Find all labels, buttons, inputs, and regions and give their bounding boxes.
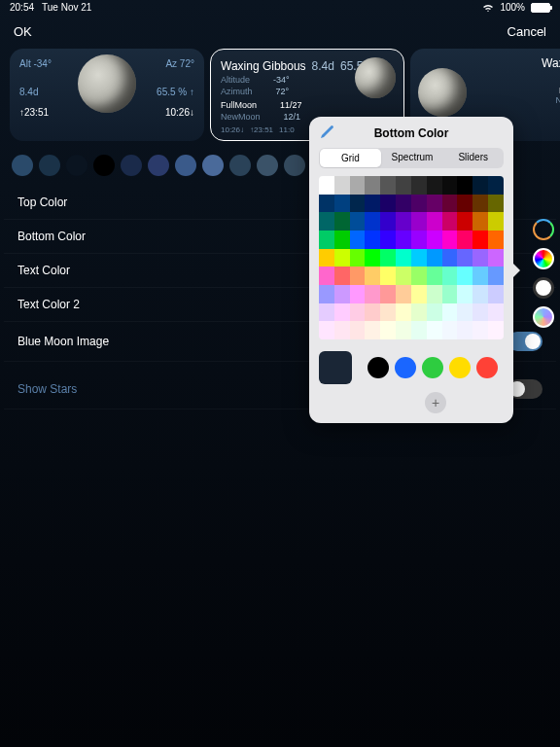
- recent-color[interactable]: [476, 357, 498, 378]
- grid-color-cell[interactable]: [380, 195, 396, 213]
- recent-color[interactable]: [368, 357, 389, 378]
- grid-color-cell[interactable]: [396, 176, 411, 195]
- grid-color-cell[interactable]: [365, 285, 380, 303]
- grid-color-cell[interactable]: [457, 267, 472, 285]
- grid-color-cell[interactable]: [427, 249, 442, 267]
- hue-preset-4[interactable]: [533, 306, 554, 328]
- recent-color[interactable]: [449, 357, 471, 378]
- grid-color-cell[interactable]: [396, 195, 411, 213]
- grid-color-cell[interactable]: [488, 249, 504, 267]
- grid-color-cell[interactable]: [396, 212, 411, 231]
- grid-color-cell[interactable]: [427, 321, 442, 339]
- grid-color-cell[interactable]: [457, 249, 472, 267]
- grid-color-cell[interactable]: [457, 285, 472, 303]
- grid-color-cell[interactable]: [365, 212, 380, 231]
- tab-spectrum[interactable]: Spectrum: [382, 148, 443, 168]
- grid-color-cell[interactable]: [319, 321, 334, 339]
- grid-color-cell[interactable]: [380, 176, 396, 195]
- eyedropper-icon[interactable]: [319, 124, 334, 140]
- grid-color-cell[interactable]: [319, 176, 334, 195]
- grid-color-cell[interactable]: [365, 303, 380, 322]
- grid-color-cell[interactable]: [380, 303, 396, 322]
- grid-color-cell[interactable]: [488, 267, 504, 285]
- grid-color-cell[interactable]: [411, 176, 427, 195]
- grid-color-cell[interactable]: [350, 176, 366, 195]
- grid-color-cell[interactable]: [488, 303, 504, 322]
- grid-color-cell[interactable]: [396, 267, 411, 285]
- grid-color-cell[interactable]: [427, 195, 442, 213]
- grid-color-cell[interactable]: [396, 231, 411, 249]
- grid-color-cell[interactable]: [442, 231, 458, 249]
- grid-color-cell[interactable]: [380, 212, 396, 231]
- grid-color-cell[interactable]: [472, 195, 488, 213]
- grid-color-cell[interactable]: [488, 231, 504, 249]
- grid-color-cell[interactable]: [427, 285, 442, 303]
- recent-color[interactable]: [422, 357, 443, 378]
- grid-color-cell[interactable]: [380, 249, 396, 267]
- grid-color-cell[interactable]: [427, 267, 442, 285]
- grid-color-cell[interactable]: [457, 303, 472, 322]
- grid-color-cell[interactable]: [472, 267, 488, 285]
- grid-color-cell[interactable]: [442, 212, 458, 231]
- grid-color-cell[interactable]: [396, 321, 411, 339]
- grid-color-cell[interactable]: [442, 303, 458, 322]
- color-preset[interactable]: [66, 155, 88, 176]
- grid-color-cell[interactable]: [319, 249, 334, 267]
- grid-color-cell[interactable]: [472, 249, 488, 267]
- grid-color-cell[interactable]: [319, 231, 334, 249]
- grid-color-cell[interactable]: [457, 212, 472, 231]
- grid-color-cell[interactable]: [472, 231, 488, 249]
- tab-grid[interactable]: Grid: [320, 149, 381, 167]
- grid-color-cell[interactable]: [472, 285, 488, 303]
- grid-color-cell[interactable]: [411, 321, 427, 339]
- grid-color-cell[interactable]: [396, 303, 411, 322]
- grid-color-cell[interactable]: [457, 231, 472, 249]
- grid-color-cell[interactable]: [319, 212, 334, 231]
- grid-color-cell[interactable]: [334, 249, 350, 267]
- color-preset[interactable]: [39, 155, 60, 176]
- grid-color-cell[interactable]: [488, 321, 504, 339]
- grid-color-cell[interactable]: [411, 249, 427, 267]
- grid-color-cell[interactable]: [334, 321, 350, 339]
- grid-color-cell[interactable]: [334, 231, 350, 249]
- grid-color-cell[interactable]: [334, 176, 350, 195]
- tab-sliders[interactable]: Sliders: [442, 148, 504, 168]
- grid-color-cell[interactable]: [319, 195, 334, 213]
- grid-color-cell[interactable]: [457, 321, 472, 339]
- grid-color-cell[interactable]: [380, 321, 396, 339]
- grid-color-cell[interactable]: [472, 321, 488, 339]
- color-grid[interactable]: [319, 176, 504, 339]
- grid-color-cell[interactable]: [365, 249, 380, 267]
- grid-color-cell[interactable]: [350, 321, 366, 339]
- grid-color-cell[interactable]: [427, 231, 442, 249]
- grid-color-cell[interactable]: [411, 285, 427, 303]
- grid-color-cell[interactable]: [442, 285, 458, 303]
- grid-color-cell[interactable]: [350, 267, 366, 285]
- grid-color-cell[interactable]: [488, 176, 504, 195]
- color-preset[interactable]: [121, 155, 142, 176]
- hue-preset-3[interactable]: [533, 277, 554, 299]
- color-preset[interactable]: [284, 155, 305, 176]
- grid-color-cell[interactable]: [334, 303, 350, 322]
- color-preset[interactable]: [202, 155, 224, 176]
- recent-color[interactable]: [395, 357, 416, 378]
- grid-color-cell[interactable]: [442, 321, 458, 339]
- grid-color-cell[interactable]: [334, 267, 350, 285]
- grid-color-cell[interactable]: [488, 285, 504, 303]
- grid-color-cell[interactable]: [427, 212, 442, 231]
- grid-color-cell[interactable]: [319, 267, 334, 285]
- grid-color-cell[interactable]: [334, 212, 350, 231]
- add-color-button[interactable]: +: [425, 392, 446, 413]
- hue-preset-2[interactable]: [533, 248, 554, 269]
- hue-preset-1[interactable]: [533, 219, 554, 240]
- grid-color-cell[interactable]: [365, 195, 380, 213]
- grid-color-cell[interactable]: [488, 212, 504, 231]
- grid-color-cell[interactable]: [396, 285, 411, 303]
- grid-color-cell[interactable]: [472, 212, 488, 231]
- grid-color-cell[interactable]: [442, 249, 458, 267]
- widget-preview-1[interactable]: Alt -34°Az 72° 8.4d65.5 % ↑ ↑23:5110:26↓: [10, 49, 204, 141]
- grid-color-cell[interactable]: [396, 249, 411, 267]
- grid-color-cell[interactable]: [334, 195, 350, 213]
- grid-color-cell[interactable]: [442, 267, 458, 285]
- grid-color-cell[interactable]: [427, 176, 442, 195]
